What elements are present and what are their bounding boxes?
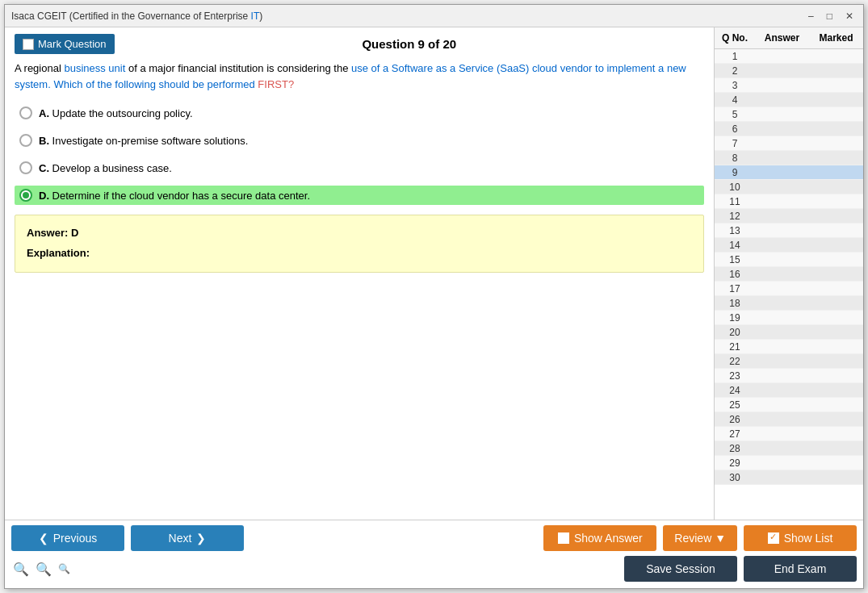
options-list: A. Update the outsourcing policy. B. Inv… bbox=[15, 103, 704, 205]
option-d[interactable]: D. Determine if the cloud vendor has a s… bbox=[15, 186, 704, 205]
sidebar-q-num: 4 bbox=[715, 94, 755, 106]
sidebar-row[interactable]: 3 bbox=[715, 78, 863, 93]
sidebar-row[interactable]: 8 bbox=[715, 151, 863, 165]
sidebar-row[interactable]: 10 bbox=[715, 180, 863, 194]
minimize-button[interactable]: – bbox=[805, 10, 817, 22]
sidebar-row[interactable]: 11 bbox=[715, 194, 863, 209]
sidebar-row[interactable]: 25 bbox=[715, 398, 863, 412]
sidebar-row[interactable]: 13 bbox=[715, 223, 863, 238]
save-session-button[interactable]: Save Session bbox=[624, 556, 737, 582]
sidebar-q-num: 7 bbox=[715, 138, 755, 149]
content-area: Mark Question Question 9 of 20 A regiona… bbox=[5, 27, 863, 520]
sidebar-q-num: 19 bbox=[715, 312, 755, 324]
answer-box: Answer: D Explanation: bbox=[15, 215, 704, 273]
show-list-button[interactable]: Show List bbox=[744, 525, 857, 551]
sidebar-q-num: 22 bbox=[715, 356, 755, 367]
sidebar-q-num: 23 bbox=[715, 370, 755, 382]
sidebar-row[interactable]: 2 bbox=[715, 64, 863, 78]
sidebar-q-num: 12 bbox=[715, 211, 755, 222]
close-button[interactable]: ✕ bbox=[842, 10, 857, 22]
sidebar-row[interactable]: 14 bbox=[715, 238, 863, 253]
sidebar-row[interactable]: 27 bbox=[715, 427, 863, 441]
next-arrow-icon: ❯ bbox=[196, 532, 206, 545]
sidebar-row[interactable]: 15 bbox=[715, 253, 863, 267]
sidebar-row[interactable]: 18 bbox=[715, 296, 863, 311]
sidebar-row[interactable]: 30 bbox=[715, 470, 863, 485]
sidebar-q-num: 14 bbox=[715, 240, 755, 251]
sidebar-q-num: 25 bbox=[715, 399, 755, 411]
option-c-radio bbox=[19, 161, 32, 174]
sidebar-row[interactable]: 20 bbox=[715, 325, 863, 340]
sidebar-q-num: 2 bbox=[715, 65, 755, 77]
option-a-radio bbox=[19, 106, 32, 119]
sidebar-row[interactable]: 1 bbox=[715, 49, 863, 64]
sidebar-col-marked: Marked bbox=[809, 31, 863, 45]
question-text: A regional business unit of a major fina… bbox=[15, 61, 704, 92]
sidebar-row[interactable]: 22 bbox=[715, 354, 863, 369]
sidebar-row[interactable]: 12 bbox=[715, 209, 863, 223]
sidebar-row[interactable]: 26 bbox=[715, 412, 863, 427]
review-dropdown-icon: ▼ bbox=[715, 532, 726, 545]
sidebar-row[interactable]: 7 bbox=[715, 136, 863, 151]
question-title: Question 9 of 20 bbox=[115, 37, 704, 51]
zoom-out-button[interactable]: 🔍 bbox=[11, 560, 31, 578]
sidebar-row[interactable]: 21 bbox=[715, 340, 863, 354]
window-title: Isaca CGEIT (Certified in the Governance… bbox=[11, 10, 262, 22]
sidebar-row[interactable]: 5 bbox=[715, 107, 863, 122]
option-d-radio bbox=[19, 189, 32, 202]
option-d-label: D. Determine if the cloud vendor has a s… bbox=[39, 190, 310, 202]
sidebar-row[interactable]: 29 bbox=[715, 456, 863, 470]
end-exam-button[interactable]: End Exam bbox=[744, 556, 857, 582]
sidebar-q-num: 3 bbox=[715, 80, 755, 91]
sidebar-row[interactable]: 28 bbox=[715, 441, 863, 456]
next-button[interactable]: Next ❯ bbox=[131, 525, 244, 551]
title-link[interactable]: IT bbox=[251, 10, 260, 22]
sidebar-q-num: 16 bbox=[715, 269, 755, 280]
button-row-1: ❮ Previous Next ❯ Show Answer Review ▼ S… bbox=[5, 520, 863, 556]
explanation-line: Explanation: bbox=[27, 245, 692, 262]
zoom-in-button[interactable]: 🔍 bbox=[57, 562, 72, 576]
show-answer-label: Show Answer bbox=[574, 532, 643, 545]
sidebar-row[interactable]: 9 bbox=[715, 165, 863, 180]
window-controls: – □ ✕ bbox=[805, 10, 857, 22]
sidebar-list[interactable]: 1 2 3 4 5 6 7 8 bbox=[715, 49, 863, 520]
sidebar-row[interactable]: 19 bbox=[715, 311, 863, 325]
sidebar-row[interactable]: 17 bbox=[715, 282, 863, 296]
prev-arrow-icon: ❮ bbox=[39, 532, 48, 545]
option-c[interactable]: C. Develop a business case. bbox=[15, 158, 704, 177]
top-bar: Mark Question Question 9 of 20 bbox=[15, 34, 704, 54]
show-list-checkbox-icon bbox=[768, 532, 779, 544]
sidebar-q-num: 10 bbox=[715, 182, 755, 193]
sidebar-row[interactable]: 4 bbox=[715, 93, 863, 107]
review-button[interactable]: Review ▼ bbox=[663, 525, 737, 551]
sidebar-q-num: 27 bbox=[715, 428, 755, 440]
question-list-sidebar: Q No. Answer Marked 1 2 3 4 5 6 bbox=[714, 27, 863, 520]
show-answer-button[interactable]: Show Answer bbox=[543, 525, 656, 551]
button-row-2: 🔍 🔍 🔍 Save Session End Exam bbox=[5, 556, 863, 588]
sidebar-q-num: 8 bbox=[715, 152, 755, 164]
sidebar-q-num: 26 bbox=[715, 414, 755, 425]
sidebar-row[interactable]: 24 bbox=[715, 383, 863, 398]
sidebar-q-num: 20 bbox=[715, 327, 755, 338]
sidebar-row[interactable]: 23 bbox=[715, 369, 863, 383]
show-list-label: Show List bbox=[784, 532, 833, 545]
sidebar-q-num: 18 bbox=[715, 298, 755, 309]
sidebar-q-num: 9 bbox=[715, 167, 755, 178]
sidebar-header: Q No. Answer Marked bbox=[715, 27, 863, 49]
sidebar-q-num: 6 bbox=[715, 123, 755, 135]
option-a-label: A. Update the outsourcing policy. bbox=[39, 107, 193, 119]
option-a[interactable]: A. Update the outsourcing policy. bbox=[15, 103, 704, 123]
app-window: Isaca CGEIT (Certified in the Governance… bbox=[4, 4, 864, 589]
sidebar-q-num: 5 bbox=[715, 109, 755, 120]
option-c-label: C. Develop a business case. bbox=[39, 162, 172, 174]
mark-question-button[interactable]: Mark Question bbox=[15, 34, 115, 54]
sidebar-q-num: 1 bbox=[715, 51, 755, 62]
previous-button[interactable]: ❮ Previous bbox=[11, 525, 124, 551]
sidebar-q-num: 24 bbox=[715, 385, 755, 396]
sidebar-row[interactable]: 6 bbox=[715, 122, 863, 136]
sidebar-col-answer: Answer bbox=[755, 31, 809, 45]
option-b[interactable]: B. Investigate on-premise software solut… bbox=[15, 131, 704, 150]
sidebar-row[interactable]: 16 bbox=[715, 267, 863, 282]
zoom-reset-button[interactable]: 🔍 bbox=[34, 560, 53, 578]
maximize-button[interactable]: □ bbox=[824, 10, 836, 22]
